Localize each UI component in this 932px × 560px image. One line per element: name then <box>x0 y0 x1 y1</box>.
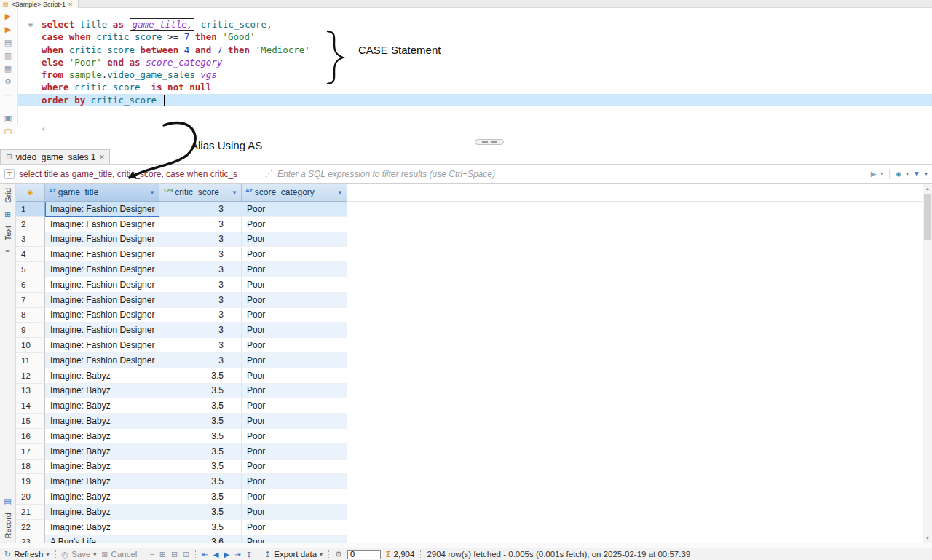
funnel-filter-icon[interactable]: ▼ <box>913 170 920 178</box>
refresh-button[interactable]: ↻ Refresh ▾ <box>4 550 50 559</box>
cell-critic-score[interactable]: 3 <box>159 262 242 277</box>
execute-script-icon[interactable]: ▶ <box>5 25 11 33</box>
scroll-down-icon[interactable]: ▼ <box>923 533 932 543</box>
close-icon[interactable]: × <box>68 1 72 8</box>
cell-game-title[interactable]: Imagine: Fashion Designer <box>45 262 159 277</box>
cell-game-title[interactable]: Imagine: Fashion Designer <box>45 338 159 353</box>
row-number[interactable]: 12 <box>16 368 45 384</box>
cell-critic-score[interactable]: 3 <box>159 338 242 353</box>
row-number[interactable]: 22 <box>16 520 45 535</box>
table-row[interactable]: 12Imagine: Babyz3.5Poor <box>16 368 923 384</box>
table-row[interactable]: 2Imagine: Fashion Designer3Poor <box>16 217 923 232</box>
cell-game-title[interactable]: A Bug's Life <box>45 535 159 543</box>
cell-critic-score[interactable]: 3 <box>159 293 242 308</box>
column-filter-caret-icon[interactable]: ▼ <box>337 189 343 196</box>
cell-score-category[interactable]: Poor <box>242 520 347 535</box>
sql-line[interactable]: case when critic_score >= 7 then 'Good' <box>18 31 932 43</box>
explain-plan-icon[interactable]: ▤ <box>4 38 12 47</box>
editor-results-splitter[interactable] <box>0 134 932 149</box>
grid-horizontal-scrollbar[interactable] <box>0 543 932 548</box>
column-header-critic-score[interactable]: 123 critic_score ▼ <box>159 184 242 202</box>
cell-critic-score[interactable]: 3 <box>159 217 242 232</box>
cell-game-title[interactable]: Imagine: Fashion Designer <box>45 353 159 368</box>
cell-game-title[interactable]: Imagine: Fashion Designer <box>45 293 159 308</box>
script-log-icon[interactable]: ▥ <box>4 51 12 60</box>
fetch-size-input[interactable] <box>347 550 381 559</box>
cell-critic-score[interactable]: 3 <box>159 232 242 248</box>
cell-score-category[interactable]: Poor <box>242 429 347 444</box>
row-number[interactable]: 14 <box>16 398 45 414</box>
cell-score-category[interactable]: Poor <box>242 444 347 460</box>
table-row[interactable]: 14Imagine: Babyz3.5Poor <box>16 398 923 414</box>
cell-score-category[interactable]: Poor <box>242 217 347 232</box>
chevron-down-icon[interactable]: ▾ <box>93 551 96 558</box>
cell-critic-score[interactable]: 3.6 <box>159 535 242 543</box>
chevron-down-icon[interactable]: ▾ <box>47 551 50 558</box>
cell-score-category[interactable]: Poor <box>242 353 347 368</box>
cell-score-category[interactable]: Poor <box>242 414 347 429</box>
row-number[interactable]: 10 <box>16 338 45 353</box>
row-number[interactable]: 21 <box>16 505 45 520</box>
cell-game-title[interactable]: Imagine: Babyz <box>45 460 159 475</box>
table-row[interactable]: 8Imagine: Fashion Designer3Poor <box>16 308 923 323</box>
cell-critic-score[interactable]: 3.5 <box>159 398 242 414</box>
table-row[interactable]: 1Imagine: Fashion Designer3Poor <box>16 202 923 217</box>
chevron-down-icon[interactable]: ▾ <box>906 170 909 177</box>
cell-score-category[interactable]: Poor <box>242 384 347 399</box>
row-number[interactable]: 7 <box>16 293 45 308</box>
export-data-button[interactable]: ↥ Export data ▾ <box>264 550 323 559</box>
table-row[interactable]: 20Imagine: Babyz3.5Poor <box>16 489 923 505</box>
cell-game-title[interactable]: Imagine: Fashion Designer <box>45 217 159 232</box>
sql-line[interactable]: where critic_score is not null <box>18 81 932 93</box>
cell-score-category[interactable]: Poor <box>242 505 347 520</box>
duplicate-row-button[interactable]: ⊡ <box>183 550 189 559</box>
sql-line[interactable]: from sample.video_game_sales vgs <box>18 68 932 81</box>
table-row[interactable]: 4Imagine: Fashion Designer3Poor <box>16 247 923 262</box>
cancel-button[interactable]: ⊠ Cancel <box>101 550 137 559</box>
cell-critic-score[interactable]: 3.5 <box>159 460 242 475</box>
row-count-indicator[interactable]: Σ 2,904 <box>386 550 414 559</box>
cell-critic-score[interactable]: 3.5 <box>159 414 242 429</box>
output-panel-icon[interactable]: ▦ <box>4 64 12 73</box>
text-panel-icon[interactable]: ≡ <box>5 247 9 256</box>
grid-corner-cell[interactable]: ◉ <box>16 184 45 202</box>
cell-game-title[interactable]: Imagine: Babyz <box>45 384 159 399</box>
cell-score-category[interactable]: Poor <box>242 247 347 262</box>
row-number[interactable]: 18 <box>16 460 45 475</box>
cell-critic-score[interactable]: 3.5 <box>159 368 242 384</box>
cell-score-category[interactable]: Poor <box>242 293 347 308</box>
cell-game-title[interactable]: Imagine: Babyz <box>45 444 159 460</box>
chevron-down-icon[interactable]: ▾ <box>320 551 323 558</box>
cell-game-title[interactable]: Imagine: Babyz <box>45 398 159 414</box>
row-number[interactable]: 9 <box>16 323 45 338</box>
save-button[interactable]: ◎ Save ▾ <box>62 550 97 559</box>
sql-line[interactable]: order by critic_score <box>18 94 932 106</box>
cell-score-category[interactable]: Poor <box>242 262 347 277</box>
tab-video-game-sales[interactable]: ⊞ video_game_sales 1 × <box>0 149 110 164</box>
sql-editor[interactable]: ▶▶▤▥▦⚙⋯▣▢ ⊖select title as game_title, c… <box>0 8 932 134</box>
cell-critic-score[interactable]: 3 <box>159 323 242 338</box>
grid-settings-button[interactable]: ⚙ <box>335 550 342 559</box>
table-row[interactable]: 9Imagine: Fashion Designer3Poor <box>16 323 923 338</box>
cell-game-title[interactable]: Imagine: Babyz <box>45 429 159 444</box>
previous-page-button[interactable]: ◀ <box>213 551 219 559</box>
row-number[interactable]: 2 <box>16 217 45 232</box>
table-row[interactable]: 18Imagine: Babyz3.5Poor <box>16 460 923 475</box>
vertical-scrollbar[interactable]: ▲ ▼ <box>923 184 932 543</box>
sql-line[interactable]: when critic_score between 4 and 7 then '… <box>18 44 932 56</box>
row-number[interactable]: 17 <box>16 444 45 460</box>
record-panel-icon[interactable]: ▤ <box>4 497 11 506</box>
cell-game-title[interactable]: Imagine: Babyz <box>45 505 159 520</box>
apply-filter-play-icon[interactable]: ▶ <box>871 170 877 178</box>
row-number[interactable]: 19 <box>16 474 45 489</box>
chevron-down-icon[interactable]: ▾ <box>880 170 883 177</box>
cell-game-title[interactable]: Imagine: Fashion Designer <box>45 323 159 338</box>
editor-horizontal-scrollbar[interactable]: ‹ <box>17 125 932 134</box>
cell-score-category[interactable]: Poor <box>242 277 347 293</box>
cell-critic-score[interactable]: 3.5 <box>159 474 242 489</box>
row-number[interactable]: 16 <box>16 429 45 444</box>
cell-critic-score[interactable]: 3 <box>159 353 242 368</box>
scrollbar-thumb[interactable] <box>924 194 931 240</box>
filters-config-icon[interactable]: ◈ <box>896 170 901 178</box>
table-row[interactable]: 17Imagine: Babyz3.5Poor <box>16 444 923 460</box>
